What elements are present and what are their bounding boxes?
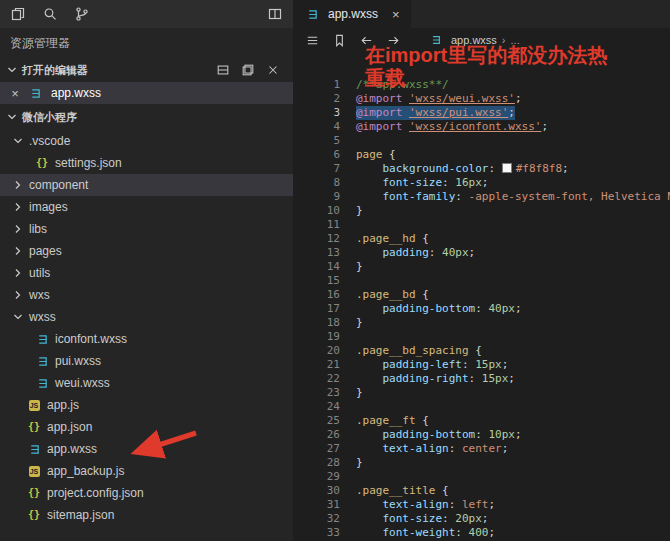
tree-item-label: settings.json [55, 156, 122, 170]
tree-file-project.config.json[interactable]: {}project.config.json [0, 482, 293, 504]
code-line-11[interactable]: 11 [293, 218, 670, 232]
code-line-27[interactable]: 27 text-align: center; [293, 442, 670, 456]
code-line-31[interactable]: 31 text-align: left; [293, 498, 670, 512]
tree-file-weui.wxss[interactable]: weui.wxss [0, 372, 293, 394]
json-file-icon: {} [34, 155, 50, 171]
search-icon[interactable] [42, 6, 58, 22]
close-all-editors-icon[interactable] [265, 62, 281, 78]
code-line-8[interactable]: 8 font-size: 16px; [293, 176, 670, 190]
list-icon[interactable] [304, 32, 320, 48]
project-section-header[interactable]: 微信小程序 [0, 104, 293, 130]
tree-item-label: app_backup.js [47, 464, 124, 478]
code-line-21[interactable]: 21 padding-left: 15px; [293, 358, 670, 372]
tree-file-sitemap.json[interactable]: {}sitemap.json [0, 504, 293, 526]
tree-file-app.wxss[interactable]: app.wxss [0, 438, 293, 460]
arrow-left-icon[interactable] [358, 32, 374, 48]
toggle-layout-icon[interactable] [215, 62, 231, 78]
tree-item-label: sitemap.json [47, 508, 114, 522]
chevron-right-icon [10, 177, 26, 193]
tree-item-label: pages [29, 244, 62, 258]
code-line-1[interactable]: 1/**app.wxss**/ [293, 78, 670, 92]
open-editor-item-app-wxss[interactable]: × app.wxss [0, 82, 293, 104]
code-line-19[interactable]: 19 [293, 330, 670, 344]
editor-toolbar: app.wxss › ... [293, 28, 670, 52]
code-line-20[interactable]: 20.page__bd_spacing { [293, 344, 670, 358]
code-area[interactable]: 1/**app.wxss**/2@import 'wxss/weui.wxss'… [293, 52, 670, 541]
tree-file-pui.wxss[interactable]: pui.wxss [0, 350, 293, 372]
code-line-7[interactable]: 7 background-color: #f8f8f8; [293, 162, 670, 176]
split-editor-icon[interactable] [267, 6, 283, 22]
tab-app-wxss[interactable]: app.wxss × [293, 0, 411, 28]
code-line-16[interactable]: 16.page__bd { [293, 288, 670, 302]
code-line-23[interactable]: 23} [293, 386, 670, 400]
code-line-30[interactable]: 30.page__title { [293, 484, 670, 498]
tab-close-icon[interactable]: × [392, 8, 400, 21]
line-number: 19 [293, 330, 356, 344]
save-all-icon[interactable] [240, 62, 256, 78]
tree-folder-pages[interactable]: pages [0, 240, 293, 262]
line-number: 24 [293, 400, 356, 414]
color-swatch[interactable] [502, 163, 512, 173]
line-number: 4 [293, 120, 356, 134]
code-line-33[interactable]: 33 font-weight: 400; [293, 526, 670, 540]
code-line-18[interactable]: 18} [293, 316, 670, 330]
git-branch-icon[interactable] [74, 6, 90, 22]
tree-folder-utils[interactable]: utils [0, 262, 293, 284]
tree-file-app.json[interactable]: {}app.json [0, 416, 293, 438]
tree-file-app_backup.js[interactable]: JSapp_backup.js [0, 460, 293, 482]
tree-item-label: project.config.json [47, 486, 144, 500]
breadcrumb-more[interactable]: ... [511, 34, 520, 46]
tree-folder-component[interactable]: component [0, 174, 293, 196]
code-line-2[interactable]: 2@import 'wxss/weui.wxss'; [293, 92, 670, 106]
code-line-25[interactable]: 25.page__ft { [293, 414, 670, 428]
tree-folder-libs[interactable]: libs [0, 218, 293, 240]
code-line-3[interactable]: 3@import 'wxss/pui.wxss'; [293, 106, 670, 120]
breadcrumb-file[interactable]: app.wxss [451, 34, 497, 46]
line-number: 12 [293, 232, 356, 246]
file-tree: .vscode{}settings.jsoncomponentimageslib… [0, 130, 293, 526]
tab-bar: app.wxss × [293, 0, 670, 28]
explorer-title: 资源管理器 [0, 28, 293, 58]
tree-file-settings.json[interactable]: {}settings.json [0, 152, 293, 174]
sidebar: 资源管理器 打开的编辑器 × app [0, 0, 293, 541]
line-number: 28 [293, 456, 356, 470]
tree-folder-wxs[interactable]: wxs [0, 284, 293, 306]
tree-folder-.vscode[interactable]: .vscode [0, 130, 293, 152]
code-line-13[interactable]: 13 padding: 40px; [293, 246, 670, 260]
code-line-14[interactable]: 14} [293, 260, 670, 274]
code-line-29[interactable]: 29 [293, 470, 670, 484]
line-number: 33 [293, 526, 356, 540]
tree-folder-images[interactable]: images [0, 196, 293, 218]
arrow-right-icon[interactable] [385, 32, 401, 48]
tree-folder-wxss[interactable]: wxss [0, 306, 293, 328]
code-line-12[interactable]: 12.page__hd { [293, 232, 670, 246]
bookmark-icon[interactable] [331, 32, 347, 48]
files-icon[interactable] [10, 6, 26, 22]
wxss-file-icon [27, 85, 43, 101]
tree-file-app.js[interactable]: JSapp.js [0, 394, 293, 416]
line-number: 23 [293, 386, 356, 400]
code-line-28[interactable]: 28} [293, 456, 670, 470]
tree-item-label: images [29, 200, 68, 214]
sidebar-topbar [0, 0, 293, 28]
wxss-file-icon [34, 331, 50, 347]
wxss-file-icon [304, 6, 320, 22]
chevron-right-icon [10, 243, 26, 259]
code-line-22[interactable]: 22 padding-right: 15px; [293, 372, 670, 386]
tree-item-label: iconfont.wxss [55, 332, 127, 346]
code-line-15[interactable]: 15 [293, 274, 670, 288]
line-number: 15 [293, 274, 356, 288]
code-line-9[interactable]: 9 font-family: -apple-system-font, Helve… [293, 190, 670, 204]
close-icon[interactable]: × [9, 87, 21, 100]
json-file-icon: {} [26, 419, 42, 435]
code-line-32[interactable]: 32 font-size: 20px; [293, 512, 670, 526]
open-editors-header[interactable]: 打开的编辑器 [0, 58, 293, 82]
code-line-6[interactable]: 6page { [293, 148, 670, 162]
code-line-10[interactable]: 10} [293, 204, 670, 218]
code-line-4[interactable]: 4@import 'wxss/iconfont.wxss'; [293, 120, 670, 134]
code-line-17[interactable]: 17 padding-bottom: 40px; [293, 302, 670, 316]
code-line-26[interactable]: 26 padding-bottom: 10px; [293, 428, 670, 442]
tree-file-iconfont.wxss[interactable]: iconfont.wxss [0, 328, 293, 350]
code-line-5[interactable]: 5 [293, 134, 670, 148]
code-line-24[interactable]: 24 [293, 400, 670, 414]
